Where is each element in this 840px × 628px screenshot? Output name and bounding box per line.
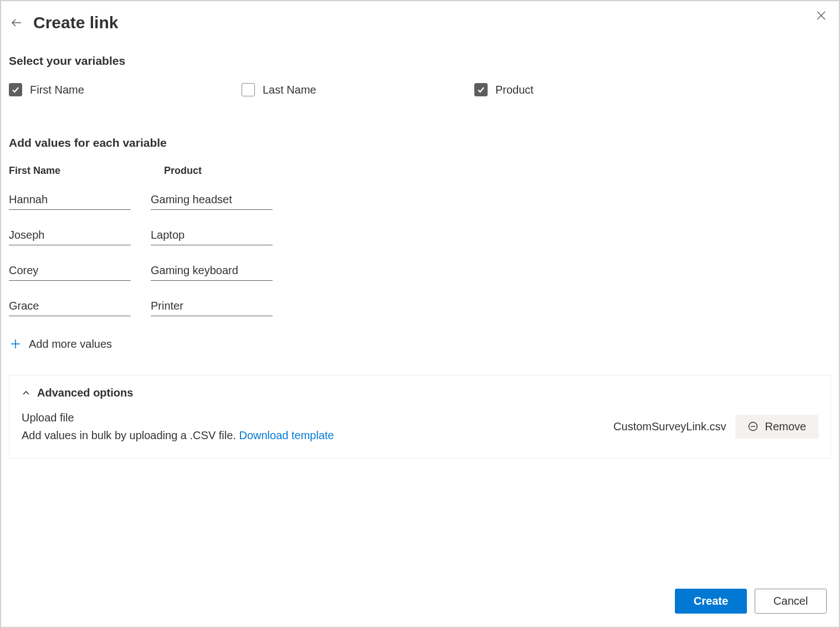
first-name-input[interactable] [9, 297, 131, 316]
remove-label: Remove [765, 420, 806, 433]
checkbox-label: Product [495, 84, 534, 96]
variable-option-product: Product [474, 83, 707, 96]
download-template-link[interactable]: Download template [239, 429, 334, 441]
remove-file-button[interactable]: Remove [735, 415, 818, 439]
page-title: Create link [33, 13, 118, 32]
checkbox-last-name[interactable] [242, 83, 255, 96]
remove-icon [747, 421, 759, 432]
chevron-up-icon [22, 389, 30, 398]
column-header-first-name: First Name [9, 165, 131, 177]
variable-option-last-name: Last Name [242, 83, 474, 96]
column-header-product: Product [164, 165, 286, 177]
back-arrow-icon [11, 17, 23, 29]
checkbox-label: First Name [30, 84, 84, 96]
first-name-input[interactable] [9, 262, 131, 281]
table-row [9, 191, 831, 210]
checkbox-label: Last Name [263, 84, 316, 96]
close-button[interactable] [815, 9, 828, 22]
advanced-options-toggle[interactable]: Advanced options [22, 387, 818, 399]
uploaded-file-row: CustomSurveyLink.csv Remove [613, 415, 818, 439]
product-input[interactable] [151, 227, 273, 245]
checkmark-icon [11, 85, 20, 94]
checkbox-product[interactable] [474, 83, 488, 96]
close-icon [816, 11, 826, 20]
add-more-label: Add more values [29, 338, 112, 351]
upload-file-title: Upload file [22, 409, 334, 426]
values-table: First Name Product Add mor [9, 165, 831, 351]
product-input[interactable] [151, 191, 273, 210]
page-header: Create link [1, 1, 839, 41]
select-variables-heading: Select your variables [9, 54, 831, 68]
upload-file-text: Upload file Add values in bulk by upload… [22, 409, 334, 444]
uploaded-filename: CustomSurveyLink.csv [613, 420, 726, 433]
upload-file-help-line: Add values in bulk by uploading a .CSV f… [22, 427, 334, 444]
plus-icon [9, 337, 22, 351]
upload-file-help: Add values in bulk by uploading a .CSV f… [22, 429, 239, 441]
advanced-options-title: Advanced options [37, 387, 133, 399]
first-name-input[interactable] [9, 227, 131, 245]
table-row [9, 262, 831, 281]
table-header-row: First Name Product [9, 165, 831, 177]
add-more-values-button[interactable]: Add more values [9, 337, 831, 351]
advanced-options-panel: Advanced options Upload file Add values … [9, 375, 831, 459]
dialog-footer: Create Cancel [675, 589, 827, 614]
table-row [9, 227, 831, 245]
add-values-heading: Add values for each variable [9, 136, 831, 150]
checkmark-icon [477, 85, 485, 94]
product-input[interactable] [151, 262, 273, 281]
variable-option-first-name: First Name [9, 83, 242, 96]
back-button[interactable] [9, 15, 24, 30]
cancel-button[interactable]: Cancel [755, 589, 827, 614]
create-button[interactable]: Create [675, 589, 747, 614]
first-name-input[interactable] [9, 191, 131, 210]
checkbox-first-name[interactable] [9, 83, 22, 96]
product-input[interactable] [151, 297, 273, 316]
table-row [9, 297, 831, 316]
variables-checkbox-row: First Name Last Name Product [9, 83, 831, 96]
advanced-body: Upload file Add values in bulk by upload… [22, 409, 818, 444]
